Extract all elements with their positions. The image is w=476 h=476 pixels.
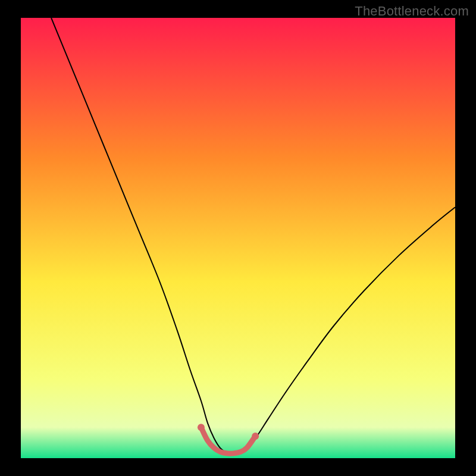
- plot-area: [21, 18, 455, 458]
- highlight-dot-0: [198, 424, 205, 431]
- gradient-background: [21, 18, 455, 458]
- watermark-label: TheBottleneck.com: [355, 4, 469, 19]
- highlight-dot-1: [252, 433, 259, 440]
- chart-svg: [21, 18, 455, 458]
- chart-frame: TheBottleneck.com: [0, 0, 476, 476]
